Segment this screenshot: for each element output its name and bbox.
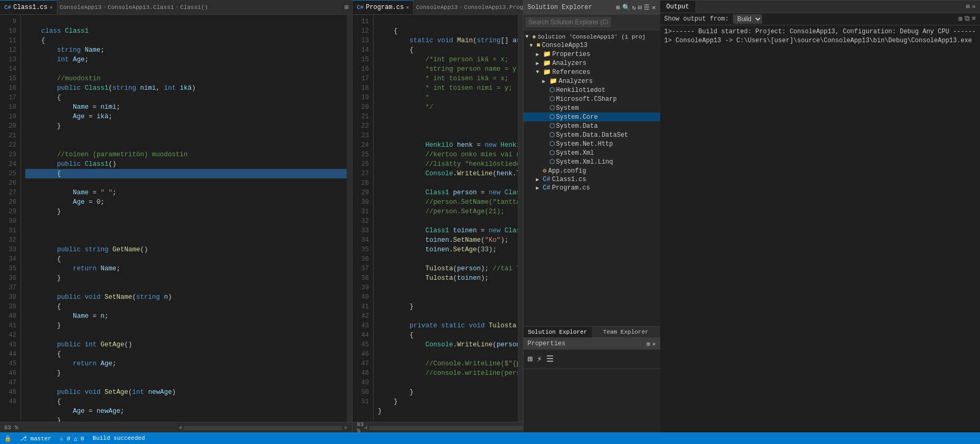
left-editor-pane: C# Class1.cs ✕ ConsoleApp13 › ConsoleApp…: [0, 0, 353, 432]
tab-program-cs[interactable]: C# Program.cs ✕: [353, 0, 414, 14]
expand-arrow-references: ▼: [536, 69, 541, 75]
se-label-analyzers: Analyzers: [553, 60, 587, 67]
se-header: Solution Explorer ⊞ 🔍 ↻ ⊟ ☰ ✕: [524, 0, 660, 15]
se-item-references[interactable]: ▼ 📁 References: [524, 68, 660, 77]
se-btn-refresh[interactable]: ↻: [632, 4, 636, 12]
bottom-panel-controls: ⊞ ✕: [962, 1, 980, 13]
tab-label: Class1.cs: [13, 4, 47, 11]
expand-arrow-solution: ▼: [526, 34, 531, 40]
se-item-system-dataset[interactable]: ⬡ System.Data.DataSet: [524, 130, 660, 139]
right-code-content[interactable]: { static void Main(string[] args) { /*in…: [374, 15, 518, 422]
bottom-dock-btn[interactable]: ⊞: [966, 3, 970, 11]
left-line-numbers: 910111213 1415161718 1920212223 24252627…: [0, 15, 21, 422]
se-item-ms-csharp[interactable]: ⬡ Microsoft.CSharp: [524, 95, 660, 103]
se-label-henkilotiedot: Henkilotiedot: [556, 87, 606, 94]
solution-explorer: Solution Explorer ⊞ 🔍 ↻ ⊟ ☰ ✕: [523, 0, 660, 432]
se-item-system-xmllinq[interactable]: ⬡ System.Xml.Linq: [524, 157, 660, 166]
se-close-btn[interactable]: ✕: [652, 4, 655, 12]
solution-icon: ◈: [532, 33, 536, 41]
expand-arrow-analyzers-ref: ▶: [543, 78, 548, 84]
se-search-container: [524, 15, 660, 30]
se-item-properties[interactable]: ▶ 📁 Properties: [524, 50, 660, 59]
output-source-select[interactable]: Build: [733, 14, 762, 24]
props-buttons: ⊞ ✕: [646, 341, 655, 347]
output-btn-3[interactable]: ≡: [972, 15, 976, 23]
close-icon[interactable]: ✕: [406, 4, 409, 11]
props-btn-dock[interactable]: ⊞: [646, 341, 650, 347]
editors-row: C# Class1.cs ✕ ConsoleApp13 › ConsoleApp…: [0, 0, 660, 432]
bottom-panel: Output ⊞ ✕ Show output from: Build ⊞ ⧉ ≡: [660, 0, 981, 58]
se-label-class1cs: Class1.cs: [552, 176, 586, 183]
se-label-ms-csharp: Microsoft.CSharp: [556, 96, 617, 103]
right-code-area: 1112131415 1617181920 2122232425 2627282…: [353, 15, 523, 422]
left-code-area: 910111213 1415161718 1920212223 24252627…: [0, 15, 352, 422]
ref-icon-system-core: ⬡: [549, 113, 555, 121]
file-icon-appconfig: ⚙: [543, 167, 547, 175]
status-build: Build succeeded: [92, 435, 145, 441]
se-btn-search[interactable]: 🔍: [622, 4, 630, 12]
left-code-content[interactable]: class Class1 { string Name; int Age; //m…: [21, 15, 347, 422]
se-item-henkilotiedot[interactable]: ⬡ Henkilotiedot: [524, 86, 660, 95]
se-item-appconfig[interactable]: ⚙ App.config: [524, 166, 660, 175]
left-scrollbar[interactable]: [347, 15, 352, 422]
se-label-solution: Solution 'ConsoleApp13' (1 proj: [538, 34, 646, 40]
props-btn-alpha[interactable]: ⚡: [537, 354, 542, 364]
props-btn-close[interactable]: ✕: [652, 341, 656, 347]
project-icon: ■: [537, 42, 540, 49]
bottom-close-btn[interactable]: ✕: [972, 3, 976, 11]
right-tab-bar: C# Program.cs ✕ ConsoleApp13 › ConsoleAp…: [353, 0, 523, 15]
right-zoom-bar: 83 % ◀ ▶: [353, 422, 523, 432]
se-item-system-xml[interactable]: ⬡ System.Xml: [524, 148, 660, 157]
se-item-analyzers-ref[interactable]: ▶ 📁 Analyzers: [524, 77, 660, 86]
props-btn-properties[interactable]: ☰: [546, 354, 554, 364]
status-errors: ⚠ 0 △ 0: [60, 435, 84, 442]
se-item-programcs[interactable]: ▶ C# Program.cs: [524, 184, 660, 192]
breadcrumb-project: ConsoleApp13: [60, 4, 101, 11]
se-item-system-nethttp[interactable]: ⬡ System.Net.Http: [524, 139, 660, 148]
scroll-right-btn[interactable]: ▶: [344, 424, 348, 431]
output-btn-1[interactable]: ⊞: [958, 15, 963, 23]
file-icon-class1: C#: [543, 176, 550, 183]
se-btn-new[interactable]: ⊞: [616, 4, 620, 12]
bottom-tab-output[interactable]: Output: [660, 1, 696, 13]
se-btn-settings[interactable]: ☰: [644, 4, 650, 12]
breadcrumb-method: Class1(): [180, 4, 208, 11]
se-btn-collapse[interactable]: ⊟: [638, 4, 642, 12]
se-tab-team-explorer[interactable]: Team Explorer: [592, 327, 660, 337]
se-item-class1cs[interactable]: ▶ C# Class1.cs: [524, 175, 660, 184]
output-line-1: 1>------ Build started: Project: Console…: [664, 27, 976, 36]
output-toolbar-btns: ⊞ ⧉ ≡: [958, 15, 976, 23]
status-branch: ⎇ master: [20, 435, 51, 442]
split-editor-btn[interactable]: ⊞: [341, 0, 352, 14]
se-label-system-core: System.Core: [556, 114, 598, 121]
right-scrollbar[interactable]: [518, 15, 523, 422]
expand-arrow-analyzers: ▶: [536, 60, 541, 67]
close-icon[interactable]: ✕: [50, 4, 53, 11]
se-item-project[interactable]: ▼ ■ ConsoleApp13: [524, 41, 660, 50]
se-item-system-core[interactable]: ⬡ System.Core: [524, 112, 660, 121]
ref-icon-henkilotiedot: ⬡: [549, 86, 555, 94]
props-btn-categories[interactable]: ⊞: [528, 354, 533, 364]
cs-icon: C#: [4, 4, 11, 11]
output-btn-2[interactable]: ⧉: [965, 15, 969, 23]
se-label-system-xml: System.Xml: [556, 149, 594, 157]
se-label-references: References: [553, 69, 591, 76]
se-label-system-dataset: System.Data.DataSet: [556, 131, 629, 139]
se-item-system-data[interactable]: ⬡ System.Data: [524, 121, 660, 130]
ref-icon-system-dataset: ⬡: [549, 131, 555, 139]
right-breadcrumb-project: ConsoleApp13: [416, 4, 458, 11]
se-item-solution[interactable]: ▼ ◈ Solution 'ConsoleApp13' (1 proj: [524, 32, 660, 41]
props-title: Properties: [528, 340, 566, 347]
expand-arrow-properties: ▶: [536, 51, 541, 58]
se-search-input[interactable]: [526, 17, 611, 27]
se-item-system[interactable]: ⬡ System: [524, 103, 660, 112]
ref-icon-system-xml: ⬡: [549, 149, 555, 157]
scroll-left-btn[interactable]: ◀: [178, 424, 182, 431]
cs-icon: C#: [357, 4, 364, 11]
se-tab-solution-explorer[interactable]: Solution Explorer: [524, 327, 592, 337]
top-area: C# Class1.cs ✕ ConsoleApp13 › ConsoleApp…: [0, 0, 980, 432]
properties-panel: Properties ⊞ ✕ ⊞ ⚡ ☰: [524, 337, 660, 432]
tab-class1-cs[interactable]: C# Class1.cs ✕: [0, 0, 58, 14]
se-item-analyzers[interactable]: ▶ 📁 Analyzers: [524, 59, 660, 68]
right-scroll-left-btn[interactable]: ◀: [364, 424, 367, 431]
